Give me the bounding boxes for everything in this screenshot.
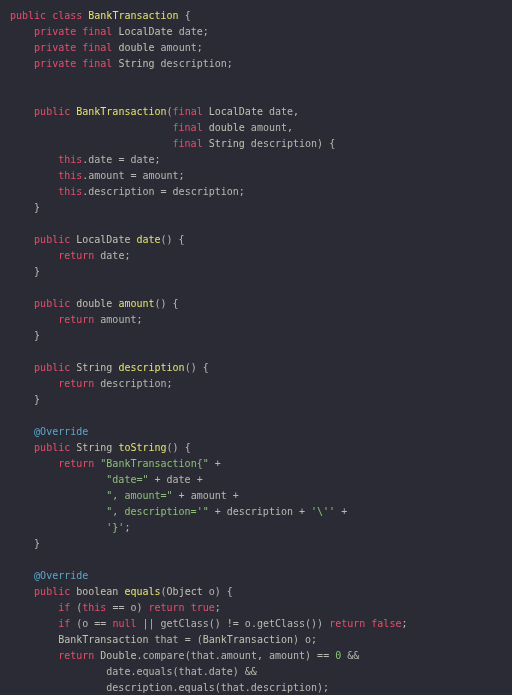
code-block: public class BankTransaction { private f… xyxy=(0,0,512,695)
override-annotation: @Override xyxy=(34,426,88,437)
class-name: BankTransaction xyxy=(88,10,178,21)
kw-class: class xyxy=(52,10,82,21)
kw-public: public xyxy=(10,10,46,21)
